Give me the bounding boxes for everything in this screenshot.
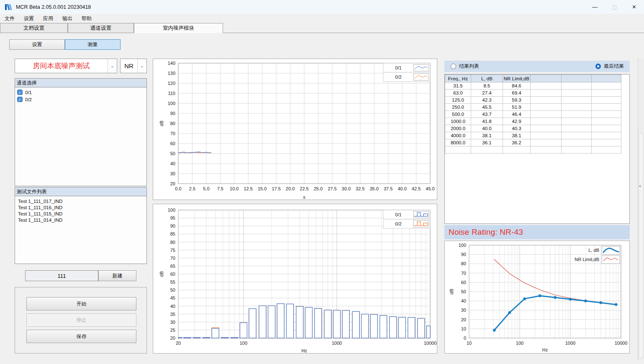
noise-rating-banner: Noise Rating: NR-43 bbox=[444, 225, 630, 239]
svg-text:10: 10 bbox=[461, 326, 466, 331]
svg-text:70: 70 bbox=[461, 271, 466, 276]
svg-text:90: 90 bbox=[461, 252, 466, 257]
test-file-item[interactable]: Test 1_111_015_IND bbox=[15, 210, 146, 217]
maximize-icon[interactable]: ▢ bbox=[605, 0, 624, 14]
time-history-chart: 0.02.55.07.510.012.515.017.520.022.525.0… bbox=[153, 59, 437, 200]
table-row[interactable]: 2000.040.040.3 bbox=[445, 125, 621, 132]
new-button[interactable]: 新建 bbox=[98, 270, 136, 281]
table-row[interactable]: 250.045.551.9 bbox=[445, 104, 621, 111]
table-cell: 63.0 bbox=[445, 90, 471, 97]
channel-item[interactable]: ✓0/2 bbox=[15, 96, 146, 103]
test-file-item[interactable]: Test 1_111_017_IND bbox=[15, 198, 146, 204]
radio-last-result[interactable]: 最后结果 bbox=[595, 63, 624, 70]
svg-text:30: 30 bbox=[170, 171, 175, 176]
table-cell: 4000.0 bbox=[445, 132, 471, 139]
chevron-down-icon[interactable]: ⌄ bbox=[137, 59, 146, 73]
table-row[interactable]: 63.027.469.4 bbox=[445, 90, 621, 97]
close-icon[interactable]: ✕ bbox=[624, 0, 644, 14]
table-cell bbox=[592, 82, 621, 90]
svg-text:95: 95 bbox=[170, 215, 175, 220]
table-cell: 51.9 bbox=[503, 104, 531, 111]
combo-rating-standard[interactable]: NR ⌄ bbox=[120, 59, 147, 73]
menu-item-help[interactable]: 帮助 bbox=[77, 14, 96, 23]
svg-text:140: 140 bbox=[168, 61, 175, 66]
combo-test-type[interactable]: 房间本底噪声测试 ⌄ bbox=[15, 59, 117, 73]
test-file-item[interactable]: Test 1_111_016_IND bbox=[15, 204, 146, 210]
svg-text:Hz: Hz bbox=[542, 347, 548, 352]
table-cell: 250.0 bbox=[445, 104, 471, 111]
table-row[interactable]: 125.042.359.3 bbox=[445, 97, 621, 104]
radio-unselected-icon[interactable] bbox=[451, 64, 456, 69]
table-row[interactable]: 4000.038.138.1 bbox=[445, 132, 621, 139]
svg-text:20: 20 bbox=[176, 341, 181, 346]
radio-selected-icon[interactable] bbox=[595, 64, 601, 69]
menu-bar: 文件设置应用输出帮助 bbox=[0, 14, 644, 23]
channel-section-header: 通道选择 bbox=[15, 78, 147, 87]
test-file-item[interactable]: Test 1_111_014_IND bbox=[15, 217, 146, 223]
svg-text:90: 90 bbox=[170, 223, 175, 228]
column-header bbox=[531, 75, 562, 82]
svg-text:50: 50 bbox=[170, 151, 175, 156]
radio-result-list[interactable]: 结果列表 bbox=[451, 63, 479, 70]
checkbox-checked-icon[interactable]: ✓ bbox=[17, 90, 23, 95]
svg-text:40: 40 bbox=[170, 161, 175, 166]
table-row[interactable]: 1000.041.842.9 bbox=[445, 118, 621, 125]
table-cell bbox=[562, 125, 592, 132]
column-header bbox=[592, 75, 621, 82]
splitter-handle[interactable] bbox=[639, 133, 643, 358]
table-cell bbox=[445, 146, 471, 154]
menu-item-file[interactable]: 文件 bbox=[0, 14, 19, 23]
column-header bbox=[562, 75, 592, 82]
checkbox-checked-icon[interactable]: ✓ bbox=[17, 97, 23, 102]
start-button[interactable]: 开始 bbox=[26, 297, 136, 310]
minimize-icon[interactable]: — bbox=[585, 0, 605, 14]
svg-text:35.0: 35.0 bbox=[370, 186, 379, 191]
svg-text:20: 20 bbox=[170, 181, 175, 186]
svg-text:2.5: 2.5 bbox=[189, 186, 195, 191]
table-cell bbox=[592, 104, 621, 111]
menu-item-application[interactable]: 应用 bbox=[38, 14, 58, 23]
table-cell bbox=[562, 111, 592, 118]
table-cell bbox=[562, 118, 592, 125]
svg-text:50: 50 bbox=[461, 289, 466, 294]
save-button[interactable]: 保存 bbox=[26, 330, 136, 343]
result-view-switch: 结果列表 最后结果 bbox=[444, 61, 630, 72]
menu-item-output[interactable]: 输出 bbox=[58, 14, 77, 23]
spectrum-chart-panel: 2025303540455055606570758085909510020100… bbox=[153, 204, 437, 354]
svg-text:55: 55 bbox=[170, 279, 175, 285]
subtab-2[interactable]: 测量 bbox=[65, 39, 121, 50]
subtab-1[interactable]: 设置 bbox=[9, 39, 65, 50]
svg-text:10000: 10000 bbox=[424, 341, 437, 346]
svg-text:75: 75 bbox=[170, 248, 175, 253]
table-cell bbox=[592, 125, 621, 132]
channel-item[interactable]: ✓0/1 bbox=[15, 89, 146, 96]
table-cell bbox=[531, 90, 562, 97]
table-cell bbox=[531, 82, 562, 90]
svg-text:120: 120 bbox=[168, 81, 175, 86]
svg-text:90: 90 bbox=[170, 111, 175, 116]
menu-item-settings[interactable]: 设置 bbox=[19, 14, 38, 23]
table-cell: 59.3 bbox=[503, 97, 531, 104]
time-history-chart-panel: 0.02.55.07.510.012.515.017.520.022.525.0… bbox=[153, 59, 437, 200]
collapse-left-icon[interactable]: < bbox=[639, 184, 641, 188]
table-cell: 125.0 bbox=[445, 97, 471, 104]
table-row[interactable]: 8000.036.136.2 bbox=[445, 139, 621, 146]
table-cell: 36.2 bbox=[503, 139, 531, 146]
svg-text:NR Limit,dB: NR Limit,dB bbox=[575, 257, 599, 262]
svg-text:20: 20 bbox=[170, 336, 175, 341]
table-cell bbox=[531, 125, 562, 132]
tab-3[interactable]: 室内噪声模块 bbox=[134, 23, 223, 33]
test-name-input[interactable] bbox=[25, 270, 98, 281]
table-row[interactable] bbox=[445, 146, 621, 154]
svg-text:40.0: 40.0 bbox=[398, 186, 406, 191]
tab-2[interactable]: 通道设置 bbox=[68, 23, 134, 33]
table-row[interactable]: 31.58.584.6 bbox=[445, 82, 621, 90]
chevron-down-icon[interactable]: ⌄ bbox=[108, 59, 117, 73]
table-row[interactable]: 500.043.746.4 bbox=[445, 111, 621, 118]
svg-text:100: 100 bbox=[240, 341, 247, 346]
radio-last-result-label: 最后结果 bbox=[604, 63, 624, 70]
collapse-splitter[interactable]: < bbox=[638, 59, 644, 360]
table-cell: 38.1 bbox=[471, 132, 503, 139]
column-header: Freq., Hz bbox=[445, 75, 471, 82]
tab-1[interactable]: 文档设置 bbox=[0, 23, 68, 33]
